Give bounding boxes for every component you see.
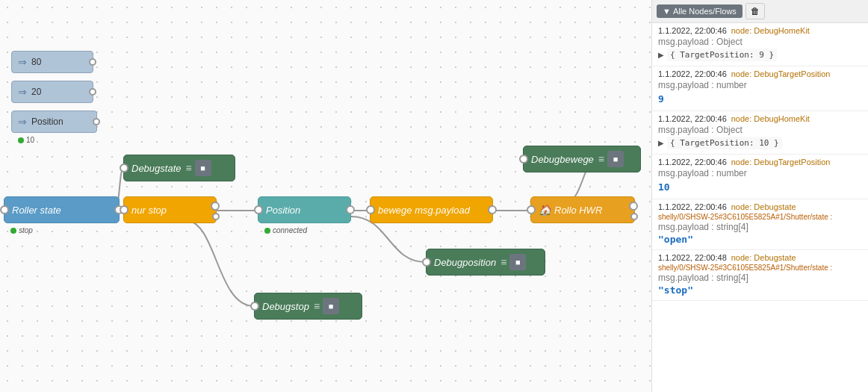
port-right-rollo-2[interactable] bbox=[630, 213, 638, 220]
log-object: { TargetPosition: 9 } bbox=[667, 49, 777, 61]
port-left-debugbewege[interactable] bbox=[519, 155, 528, 164]
node-label-bewege: bewege msg.payload bbox=[378, 205, 470, 216]
menu-icon-debugbewege: ≡ bbox=[598, 153, 604, 165]
node-label-debugstate: Debugstate bbox=[131, 163, 182, 174]
log-body: ▶ { TargetPosition: 10 } bbox=[658, 135, 862, 151]
port-right-80[interactable] bbox=[89, 58, 96, 66]
port-right-pos-in[interactable] bbox=[93, 118, 100, 125]
node-roller-state[interactable]: Roller state stop bbox=[4, 196, 120, 223]
arrow-icon-pos: ⇒ bbox=[18, 116, 27, 128]
debug-btn-debugstate[interactable]: ■ bbox=[195, 160, 211, 176]
port-right-20[interactable] bbox=[89, 88, 96, 96]
port-right-rollo[interactable] bbox=[629, 202, 638, 211]
status-pos-in: 10 bbox=[18, 136, 34, 144]
port-left-debugstate[interactable] bbox=[120, 164, 128, 172]
menu-icon-debugpos: ≡ bbox=[500, 256, 506, 268]
expand-arrow: ▶ bbox=[658, 139, 664, 147]
log-topic: shelly/0/SHSW-25#3C6105E5825A#1/Shutter/… bbox=[658, 213, 862, 221]
log-type: msg.payload : Object bbox=[658, 37, 862, 47]
input-node-20[interactable]: ⇒ 20 bbox=[11, 81, 93, 103]
debug-btn-debugbewege[interactable]: ■ bbox=[607, 151, 624, 167]
log-entry[interactable]: 1.1.2022, 22:00:46 node: DebugHomeKit ms… bbox=[652, 111, 868, 155]
filter-button[interactable]: ▼ Alle Nodes/Flows bbox=[657, 4, 743, 18]
node-debugstop[interactable]: Debugstop ≡ ■ bbox=[254, 293, 362, 320]
log-entry[interactable]: 1.1.2022, 22:00:46 node: DebugTargetPosi… bbox=[652, 155, 868, 199]
log-timestamp: 1.1.2022, 22:00:46 bbox=[658, 26, 727, 35]
node-label-rollo: Rollo HWR bbox=[554, 205, 602, 216]
log-node: node: DebugTargetPosition bbox=[731, 69, 831, 78]
log-header: 1.1.2022, 22:00:46 node: Debugstate bbox=[658, 202, 862, 211]
sidebar: ▼ Alle Nodes/Flows 🗑 1.1.2022, 22:00:46 … bbox=[651, 0, 868, 392]
status-position: connected bbox=[264, 226, 307, 234]
canvas-area[interactable]: ⇒ 80 ⇒ 20 ⇒ Position 10 Roller state sto… bbox=[0, 0, 651, 392]
status-dot-green bbox=[18, 137, 24, 143]
log-entry[interactable]: 1.1.2022, 22:00:48 node: Debugstate shel… bbox=[652, 250, 868, 301]
log-type: msg.payload : string[4] bbox=[658, 222, 862, 232]
port-right-bewege[interactable] bbox=[488, 205, 497, 214]
port-right-nurstop[interactable] bbox=[211, 202, 220, 211]
clear-button[interactable]: 🗑 bbox=[745, 3, 765, 19]
log-header: 1.1.2022, 22:00:46 node: DebugTargetPosi… bbox=[658, 158, 862, 167]
log-timestamp: 1.1.2022, 22:00:46 bbox=[658, 158, 727, 167]
port-left-rollo[interactable] bbox=[527, 205, 536, 214]
node-bewege[interactable]: bewege msg.payload bbox=[370, 196, 493, 223]
log-number: 9 bbox=[658, 92, 862, 106]
log-type: msg.payload : Object bbox=[658, 125, 862, 135]
port-right-nurstop-2[interactable] bbox=[212, 213, 220, 220]
log-timestamp: 1.1.2022, 22:00:46 bbox=[658, 69, 727, 78]
log-node: node: Debugstate bbox=[731, 253, 796, 262]
log-number: 10 bbox=[658, 180, 862, 194]
node-debugbewege[interactable]: Debugbewege ≡ ■ bbox=[523, 146, 641, 172]
log-body: 9 bbox=[658, 90, 862, 108]
arrow-icon-20: ⇒ bbox=[18, 86, 27, 98]
node-rollo[interactable]: 🏠 Rollo HWR bbox=[530, 196, 635, 223]
port-left-debugstop[interactable] bbox=[250, 302, 259, 311]
menu-icon-debugstate: ≡ bbox=[186, 162, 192, 174]
sidebar-content[interactable]: 1.1.2022, 22:00:46 node: DebugHomeKit ms… bbox=[652, 23, 868, 392]
log-topic: shelly/0/SHSW-25#3C6105E5825A#1/Shutter/… bbox=[658, 264, 862, 272]
log-entry[interactable]: 1.1.2022, 22:00:46 node: DebugHomeKit ms… bbox=[652, 23, 868, 66]
log-timestamp: 1.1.2022, 22:00:46 bbox=[658, 114, 727, 123]
input-label-80: 80 bbox=[31, 57, 41, 67]
node-label-position: Position bbox=[266, 205, 300, 216]
log-node: node: DebugHomeKit bbox=[731, 114, 810, 123]
status-roller: stop bbox=[10, 226, 33, 234]
log-header: 1.1.2022, 22:00:46 node: DebugHomeKit bbox=[658, 114, 862, 123]
status-text-roller: stop bbox=[19, 226, 33, 234]
sidebar-header: ▼ Alle Nodes/Flows 🗑 bbox=[652, 0, 868, 23]
status-text-pos: 10 bbox=[26, 136, 34, 144]
input-node-80[interactable]: ⇒ 80 bbox=[11, 51, 93, 73]
log-entry[interactable]: 1.1.2022, 22:00:46 node: DebugTargetPosi… bbox=[652, 66, 868, 111]
node-debugstate[interactable]: Debugstate ≡ ■ bbox=[123, 155, 235, 181]
node-label-nurstop: nur stop bbox=[131, 205, 167, 216]
port-left-position[interactable] bbox=[254, 205, 263, 214]
house-icon: 🏠 bbox=[539, 204, 551, 216]
log-node: node: DebugTargetPosition bbox=[731, 158, 831, 167]
log-entry[interactable]: 1.1.2022, 22:00:46 node: Debugstate shel… bbox=[652, 199, 868, 250]
port-left-bewege[interactable] bbox=[366, 205, 375, 214]
node-debugposition[interactable]: Debugposition ≡ ■ bbox=[426, 249, 545, 276]
node-nur-stop[interactable]: nur stop bbox=[123, 196, 217, 223]
debug-btn-debugpos[interactable]: ■ bbox=[509, 254, 526, 270]
log-object: { TargetPosition: 10 } bbox=[667, 137, 782, 149]
port-left-nurstop[interactable] bbox=[120, 205, 128, 214]
port-right-position[interactable] bbox=[346, 205, 355, 214]
node-label-debugpos: Debugposition bbox=[434, 257, 496, 268]
filter-label: Alle Nodes/Flows bbox=[673, 7, 737, 16]
log-type: msg.payload : string[4] bbox=[658, 273, 862, 283]
expand-arrow: ▶ bbox=[658, 51, 664, 59]
status-text-position: connected bbox=[273, 226, 307, 234]
log-expand[interactable]: ▶ { TargetPosition: 9 } bbox=[658, 49, 862, 61]
filter-icon: ▼ bbox=[663, 7, 671, 16]
port-left-roller[interactable] bbox=[0, 205, 9, 214]
node-position[interactable]: Position connected bbox=[258, 196, 351, 223]
log-body: "open" bbox=[658, 232, 862, 246]
port-left-debugpos[interactable] bbox=[422, 258, 431, 267]
input-label-pos: Position bbox=[31, 116, 63, 127]
debug-btn-debugstop[interactable]: ■ bbox=[323, 298, 339, 314]
log-type: msg.payload : number bbox=[658, 80, 862, 90]
input-node-position-in[interactable]: ⇒ Position 10 bbox=[11, 111, 97, 133]
menu-icon-debugstop: ≡ bbox=[314, 300, 320, 312]
log-expand[interactable]: ▶ { TargetPosition: 10 } bbox=[658, 137, 862, 149]
input-label-20: 20 bbox=[31, 87, 41, 97]
